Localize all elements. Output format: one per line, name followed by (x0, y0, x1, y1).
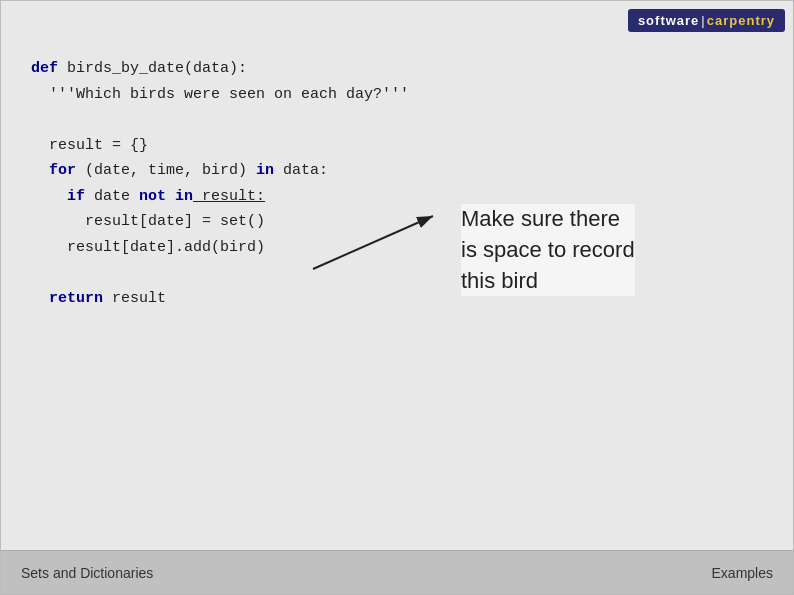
main-content: def birds_by_date(data): '''Which birds … (31, 36, 763, 544)
code-indent-if (31, 188, 67, 205)
keyword-if: if (67, 188, 85, 205)
keyword-not: not (139, 188, 166, 205)
code-line-8: result[date].add(bird) (31, 235, 409, 261)
code-docstring: '''Which birds were seen on each day?''' (31, 86, 409, 103)
code-if-mid: date (85, 188, 139, 205)
slide: software | carpentry def birds_by_date(d… (0, 0, 794, 595)
code-line-5: for (date, time, bird) in data: (31, 158, 409, 184)
logo-divider: | (701, 13, 704, 28)
code-line-1: def birds_by_date(data): (31, 56, 409, 82)
logo-carpentry: carpentry (707, 13, 775, 28)
annotation-box: Make sure there is space to record this … (461, 204, 635, 296)
keyword-return: return (49, 290, 103, 307)
code-for-mid: (date, time, bird) (76, 162, 256, 179)
keyword-def: def (31, 60, 58, 77)
code-result-underlined: result: (193, 188, 265, 205)
code-line-4: result = {} (31, 133, 409, 159)
code-add-bird: result[date].add(bird) (31, 239, 265, 256)
code-func-name: birds_by_date(data): (58, 60, 247, 77)
footer-left-label: Sets and Dictionaries (21, 565, 153, 581)
keyword-for: for (49, 162, 76, 179)
code-indent-for (31, 162, 49, 179)
keyword-in-if: in (166, 188, 193, 205)
code-block: def birds_by_date(data): '''Which birds … (31, 56, 409, 311)
code-return-result: result (103, 290, 166, 307)
annotation-line2: is space to record (461, 235, 635, 266)
code-for-rest: data: (274, 162, 328, 179)
footer-right-label: Examples (712, 565, 773, 581)
code-line-10: return result (31, 286, 409, 312)
code-indent-return (31, 290, 49, 307)
code-line-3 (31, 107, 409, 133)
code-line-6: if date not in result: (31, 184, 409, 210)
annotation-line3: this bird (461, 266, 635, 297)
code-line-9 (31, 260, 409, 286)
logo-software: software (638, 13, 699, 28)
code-line-7: result[date] = set() (31, 209, 409, 235)
code-line-2: '''Which birds were seen on each day?''' (31, 82, 409, 108)
annotation-line1: Make sure there (461, 204, 635, 235)
logo-area: software | carpentry (628, 9, 785, 32)
code-set-init: result[date] = set() (31, 213, 265, 230)
bottom-bar: Sets and Dictionaries Examples (1, 550, 793, 594)
keyword-in-for: in (256, 162, 274, 179)
code-result-init: result = {} (31, 137, 148, 154)
